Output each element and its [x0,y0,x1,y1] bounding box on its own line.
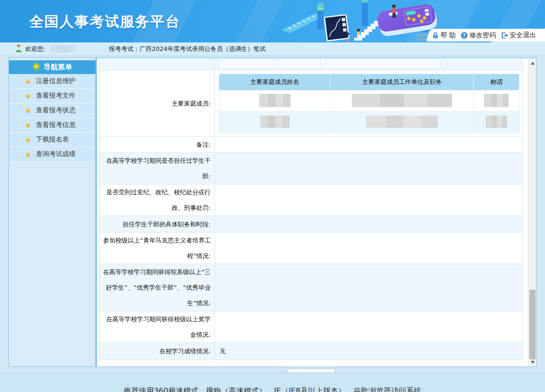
lock-icon [432,32,439,39]
form-row-academic-record: 在校学习成绩情况: 无 [100,343,522,359]
row-value: 无 [215,343,522,359]
vertical-scrollbar[interactable] [528,59,536,367]
sidebar: 导航菜单 注册信息维护 查看报考文件 查看报考状态 查看报考信息 [9,58,97,367]
form-row-punishment: 是否受到过党纪、政纪、校纪处分或行政、刑事处罚: [100,184,522,216]
row-value [215,153,522,184]
user-name-redacted [50,45,77,52]
sidebar-item-download-form[interactable]: 下载报名表 [9,133,95,147]
family-members-table: 主要家庭成员姓名 主要家庭成员工作单位及职务 称谓 [219,74,519,133]
row-label: 在校学习成绩情况: [100,343,215,359]
sidebar-item-view-exam-info[interactable]: 查看报考信息 [9,118,95,133]
exam-info: 报考考试：广西2024年度考试录用公务员（选调生）笔试 [109,45,265,53]
row-label: 备注: [100,137,215,152]
redacted-relation [484,94,509,107]
sidebar-item-view-exam-files[interactable]: 查看报考文件 [9,89,95,103]
user-avatar-icon [15,44,22,54]
row-value [215,311,522,342]
main-panel: 导航菜单 注册信息维护 查看报考文件 查看报考状态 查看报考信息 [9,57,536,367]
family-header-relation: 称谓 [474,74,519,91]
header: 全国人事考试服务平台 帮 助 [0,0,545,42]
question-icon: ? [460,32,468,39]
form-row-remark: 备注: [100,137,522,153]
form-table: 主要家庭成员: 主要家庭成员姓名 主要家庭成员工作单位及职务 称谓 [99,59,523,360]
sidebar-item-register-info[interactable]: 注册信息维护 [9,74,95,89]
row-label: 主要家庭成员: [100,70,215,136]
screen: 全国人事考试服务平台 帮 助 [0,0,545,392]
welcome-greeting: 欢迎您: [25,45,45,53]
bullet-icon [26,108,30,112]
sidebar-item-query-scores[interactable]: 查询考试成绩 [9,147,95,162]
family-table-row [219,91,519,112]
bullet-icon [26,94,30,98]
row-label: 在高等学校学习期间是否担任过学生干部: [100,153,215,184]
family-table-header-row: 主要家庭成员姓名 主要家庭成员工作单位及职务 称谓 [219,74,519,91]
scroll-up-arrow-icon [531,62,535,65]
help-link[interactable]: 帮 助 [430,31,457,40]
family-table-row [219,112,519,133]
sidebar-item-view-exam-status[interactable]: 查看报考状态 [9,103,95,118]
bullet-icon [26,138,30,142]
header-stripe [228,0,289,42]
redacted-work-unit [352,94,452,107]
utility-bar: 帮 助 ? 修改密码 [426,29,545,42]
row-label [100,59,215,70]
redacted-work-unit [366,116,438,128]
row-label: 在高等学校学习期间获得校级以上奖学金情况: [100,311,215,342]
row-value [215,137,522,152]
scroll-up-button[interactable] [528,59,536,67]
form-row-marxism-program: 参加校级以上“青年马克思主义者培养工程”情况: [100,233,522,264]
content-area: 主要家庭成员: 主要家庭成员姓名 主要家庭成员工作单位及职务 称谓 [97,58,536,367]
header-illustration [281,0,437,42]
form-row-scholarship: 在高等学校学习期间获得校级以上奖学金情况: [100,311,522,343]
scrollbar-thumb[interactable] [529,290,536,359]
bullet-icon [26,79,30,83]
redacted-relation [485,116,507,128]
row-value [215,216,522,232]
nav-menu-header[interactable]: 导航菜单 [9,60,95,74]
redacted-name [260,116,290,128]
nav-menu: 导航菜单 注册信息维护 查看报考文件 查看报考状态 查看报考信息 [9,60,95,162]
row-label: 参加校级以上“青年马克思主义者培养工程”情况: [100,233,215,264]
form-row-student-cadre: 在高等学校学习期间是否担任过学生干部: [100,153,522,184]
family-header-name: 主要家庭成员姓名 [219,74,331,91]
row-value [215,264,522,311]
footer: 推荐使用360极速模式、搜狗（高速模式）、IE（IE8及以上版本）、谷歌浏览器访… [0,373,545,392]
bullet-icon [26,152,30,156]
nested-table-remnant [219,59,441,69]
form-row-cadre-duty: 担任学生干部的具体职务和时段: [100,216,522,233]
scroll-down-button[interactable] [528,359,536,366]
person-on-platform [392,5,396,18]
form-row-honors: 在高等学校学习期间获得院系级以上“三好学生”、“优秀学生干部”、“优秀毕业生”情… [100,264,522,311]
welcome-bar: 欢迎您: 报考考试：广西2024年度考试录用公务员（选调生）笔试 [0,42,545,56]
chevron-down-icon [33,63,40,72]
monitor-graphic [324,15,349,41]
row-label: 担任学生干部的具体职务和时段: [100,216,215,232]
scroll-down-arrow-icon [531,361,535,364]
family-header-work: 主要家庭成员工作单位及职务 [331,74,474,91]
footer-notice: 推荐使用360极速模式、搜狗（高速模式）、IE（IE8及以上版本）、谷歌浏览器访… [0,386,545,392]
row-value [215,233,522,264]
row-value [215,184,522,216]
svg-text:?: ? [463,33,466,38]
logout-icon [501,32,508,39]
bullet-icon [26,123,30,127]
form-row-family: 主要家庭成员: 主要家庭成员姓名 主要家庭成员工作单位及职务 称谓 [100,70,522,137]
change-password-link[interactable]: ? 修改密码 [459,31,497,40]
row-label: 在高等学校学习期间获得院系级以上“三好学生”、“优秀学生干部”、“优秀毕业生”情… [100,264,215,311]
logout-link[interactable]: 安全退出 [499,31,537,40]
row-label: 是否受到过党纪、政纪、校纪处分或行政、刑事处罚: [100,184,215,216]
redacted-name [259,94,290,107]
app-title: 全国人事考试服务平台 [29,12,180,32]
form-row-partial [100,59,522,70]
